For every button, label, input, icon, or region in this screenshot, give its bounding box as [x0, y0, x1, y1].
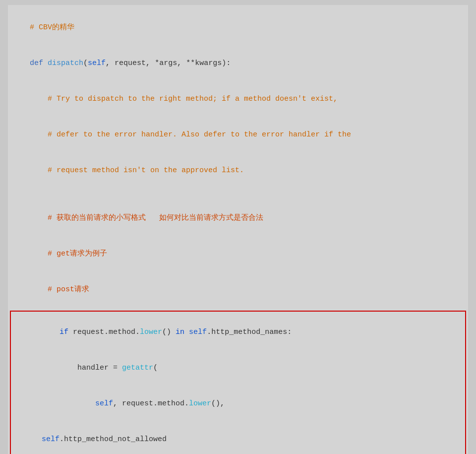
getattr-indent	[42, 399, 95, 408]
comment-cn1-text: # 获取的当前请求的小写格式 如何对比当前请求方式是否合法	[30, 214, 263, 222]
handler-assign: handler =	[42, 364, 122, 372]
line-blank1	[8, 189, 468, 200]
code-block: # CBV的精华 def dispatch(self, request, *ar…	[8, 5, 468, 454]
line-comment-cbv: # CBV的精华	[8, 10, 468, 46]
param-kwargs: **kwargs	[186, 59, 222, 67]
getattr-paren: (	[153, 364, 158, 372]
line-comment-cn1: # 获取的当前请求的小写格式 如何对比当前请求方式是否合法	[8, 200, 468, 236]
line-handler-getattr: handler = getattr(	[15, 350, 461, 386]
comment-cn2-text: # get请求为例子	[30, 250, 107, 258]
comma1: ,	[106, 59, 115, 67]
comma3: ,	[177, 59, 186, 67]
comment-request-text: # request method isn't on the approved l…	[30, 166, 244, 175]
lower-call1: lower	[140, 328, 162, 336]
lower-call2: lower	[189, 399, 211, 408]
line-comment-defer: # defer to the error handler. Also defer…	[8, 117, 468, 153]
request-method: request.method.	[73, 328, 140, 336]
line-if-request: if request.method.lower() in self.http_m…	[15, 315, 461, 350]
param-self: self	[88, 59, 106, 67]
comment-defer-text: # defer to the error handler. Also defer…	[30, 130, 351, 139]
func-name-dispatch: dispatch	[48, 59, 83, 67]
keyword-if: if	[42, 328, 73, 336]
line-comment-cn2: # get请求为例子	[8, 236, 468, 272]
line-comment-cn3: # post请求	[8, 272, 468, 308]
def-parens-close: ):	[222, 59, 231, 67]
comment-cbv-text: # CBV的精华	[30, 23, 74, 32]
parens1: ()	[162, 328, 176, 336]
self-ref1: self	[189, 328, 207, 336]
line-def-dispatch: def dispatch(self, request, *args, **kwa…	[8, 46, 468, 81]
http-not-allowed: .http_method_not_allowed	[60, 435, 167, 444]
line-comment-try: # Try to dispatch to the right method; i…	[8, 81, 468, 117]
def-parens-open: (	[83, 59, 88, 67]
comma-self: , request.method.	[113, 399, 189, 408]
line-http-not-allowed: self.http_method_not_allowed	[15, 422, 461, 454]
self-ref2: self	[95, 399, 113, 408]
comment-try-text: # Try to dispatch to the right method; i…	[30, 95, 338, 103]
comment-cn3-text: # post请求	[30, 285, 89, 294]
def-keyword: def	[30, 59, 48, 67]
line-getattr-self: self, request.method.lower(),	[15, 386, 461, 422]
comma2: ,	[146, 59, 155, 67]
param-args: *args	[155, 59, 177, 67]
http-method-names: .http_method_names:	[207, 328, 292, 336]
lower-paren2: (),	[211, 399, 225, 408]
param-request: request	[115, 59, 146, 67]
keyword-in: in	[176, 328, 189, 336]
self-ref3: self	[42, 435, 60, 444]
getattr-call: getattr	[122, 364, 153, 372]
line-comment-request: # request method isn't on the approved l…	[8, 153, 468, 189]
highlighted-code-section: if request.method.lower() in self.http_m…	[10, 311, 466, 454]
